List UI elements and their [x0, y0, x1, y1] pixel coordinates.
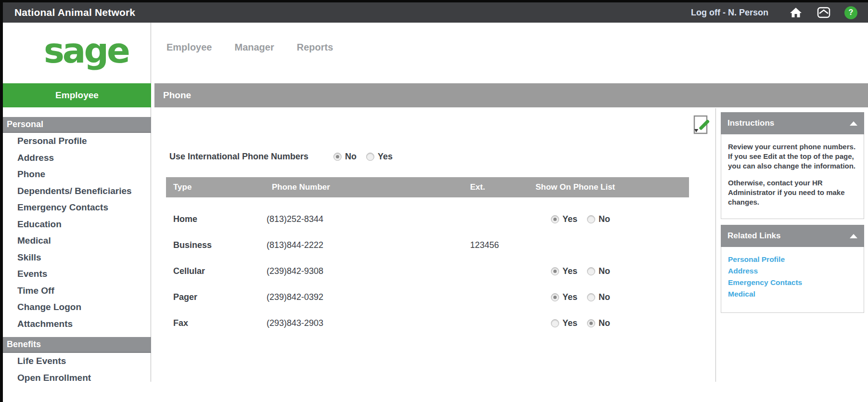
logo-band: sage EmployeeManagerReports: [3, 23, 868, 83]
right-rail: Instructions Review your current phone n…: [715, 108, 868, 382]
show-radio-label-yes: Yes: [562, 318, 577, 328]
sidebar-item-attachments[interactable]: Attachments: [3, 316, 151, 333]
related-links-panel: Related Links Personal ProfileAddressEme…: [721, 225, 864, 313]
instructions-paragraph: Review your current phone numbers. If yo…: [728, 142, 857, 170]
nav-item-employee[interactable]: Employee: [166, 42, 212, 53]
cell-show-on-phone-list: YesNo: [551, 318, 620, 328]
show-radio-label-yes: Yes: [562, 214, 577, 224]
nav-item-reports[interactable]: Reports: [297, 42, 333, 53]
show-radio-label-no: No: [599, 266, 610, 276]
top-nav: EmployeeManagerReports: [166, 42, 333, 53]
cell-type: Cellular: [173, 266, 265, 276]
related-link-emergency-contacts[interactable]: Emergency Contacts: [728, 277, 857, 288]
intl-radio-label-yes: Yes: [378, 152, 393, 162]
sidebar-item-skills[interactable]: Skills: [3, 249, 151, 266]
show-radio-pager-yes[interactable]: [551, 293, 559, 301]
table-row-cellular: Cellular(239)842-9308YesNo: [166, 258, 689, 284]
app-window: National Animal Network Log off - N. Per…: [0, 0, 868, 402]
collapse-up-icon[interactable]: [850, 121, 857, 126]
sidebar-item-life-events[interactable]: Life Events: [3, 353, 151, 370]
show-radio-fax-yes[interactable]: [551, 319, 559, 327]
col-header-number: Phone Number: [272, 177, 330, 197]
show-radio-cellular-no[interactable]: [587, 267, 595, 275]
mail-icon[interactable]: [817, 6, 831, 19]
phone-table: Type Phone Number Ext. Show On Phone Lis…: [166, 177, 689, 336]
cell-phone-number: (293)843-2903: [267, 318, 459, 328]
intl-phone-label: Use International Phone Numbers: [169, 152, 308, 162]
cell-show-on-phone-list: YesNo: [551, 214, 620, 224]
cell-type: Fax: [173, 318, 265, 328]
instructions-title: Instructions: [728, 118, 774, 128]
cell-show-on-phone-list: YesNo: [551, 266, 620, 276]
cell-phone-number: (239)842-0392: [267, 292, 459, 302]
sidebar-item-personal-profile[interactable]: Personal Profile: [3, 133, 151, 150]
intl-radio-no[interactable]: [333, 153, 342, 161]
cell-type: Pager: [173, 292, 265, 302]
sidebar-item-dependents-beneficiaries[interactable]: Dependents/ Beneficiaries: [3, 183, 151, 200]
logoff-link[interactable]: Log off - N. Person: [691, 8, 768, 18]
sidebar-section-personal: Personal: [3, 117, 151, 133]
show-radio-cellular-yes[interactable]: [551, 267, 559, 275]
sidebar-item-education[interactable]: Education: [3, 216, 151, 233]
table-row-fax: Fax(293)843-2903YesNo: [166, 310, 689, 336]
nav-item-manager[interactable]: Manager: [234, 42, 274, 53]
cell-type: Home: [173, 214, 265, 224]
cell-ext: 123456: [470, 240, 533, 250]
related-link-medical[interactable]: Medical: [728, 288, 857, 300]
top-bar: National Animal Network Log off - N. Per…: [0, 2, 868, 23]
show-radio-label-no: No: [599, 214, 610, 224]
sidebar-item-emergency-contacts[interactable]: Emergency Contacts: [3, 199, 151, 216]
related-links-header: Related Links: [721, 225, 864, 247]
sidebar-item-medical[interactable]: Medical: [3, 233, 151, 249]
sidebar-item-open-enrollment[interactable]: Open Enrollment: [3, 370, 151, 387]
help-icon[interactable]: ?: [844, 6, 857, 19]
col-header-type: Type: [173, 177, 191, 197]
show-radio-home-no[interactable]: [587, 215, 595, 223]
col-header-ext: Ext.: [470, 177, 485, 197]
collapse-up-icon[interactable]: [850, 234, 857, 238]
home-icon[interactable]: [789, 6, 803, 19]
table-header: Type Phone Number Ext. Show On Phone Lis…: [166, 177, 689, 197]
show-radio-pager-no[interactable]: [587, 293, 595, 301]
sidebar: PersonalPersonal ProfileAddressPhoneDepe…: [3, 112, 151, 386]
app-title: National Animal Network: [14, 7, 135, 18]
intl-radio-label-no: No: [345, 152, 357, 162]
sidebar-item-time-off[interactable]: Time Off: [3, 283, 151, 299]
sidebar-item-phone[interactable]: Phone: [3, 166, 151, 183]
instructions-header: Instructions: [721, 112, 864, 134]
edit-icon[interactable]: [693, 114, 710, 136]
intl-radio-yes[interactable]: [366, 153, 374, 161]
show-radio-label-yes: Yes: [562, 266, 577, 276]
instructions-body: Review your current phone numbers. If yo…: [721, 134, 864, 219]
col-header-show: Show On Phone List: [536, 177, 615, 197]
intl-phone-row: Use International Phone Numbers NoYes: [169, 152, 402, 162]
show-radio-home-yes[interactable]: [551, 215, 559, 223]
sidebar-item-change-logon[interactable]: Change Logon: [3, 299, 151, 316]
show-radio-label-no: No: [599, 292, 610, 302]
table-row-home: Home(813)252-8344YesNo: [166, 206, 689, 232]
cell-phone-number: (239)842-9308: [267, 266, 459, 276]
sidebar-module-button[interactable]: Employee: [3, 83, 151, 107]
page-title: Phone: [163, 90, 191, 101]
cell-type: Business: [173, 240, 265, 250]
page-title-bar: Phone: [154, 83, 868, 107]
related-link-address[interactable]: Address: [728, 265, 857, 277]
related-link-personal-profile[interactable]: Personal Profile: [728, 254, 857, 265]
table-row-business: Business(813)844-2222123456: [166, 232, 689, 258]
cell-phone-number: (813)844-2222: [267, 240, 459, 250]
instructions-paragraph: Otherwise, contact your HR Administrator…: [728, 178, 857, 207]
instructions-panel: Instructions Review your current phone n…: [721, 112, 864, 219]
cell-phone-number: (813)252-8344: [267, 214, 459, 224]
show-radio-label-yes: Yes: [562, 292, 577, 302]
cell-show-on-phone-list: YesNo: [551, 292, 620, 302]
related-links-body: Personal ProfileAddressEmergency Contact…: [721, 247, 864, 313]
show-radio-label-no: No: [599, 318, 610, 328]
related-links-title: Related Links: [728, 231, 781, 241]
sidebar-section-benefits: Benefits: [3, 337, 151, 353]
sidebar-item-events[interactable]: Events: [3, 266, 151, 283]
table-row-pager: Pager(239)842-0392YesNo: [166, 284, 689, 310]
sidebar-item-address[interactable]: Address: [3, 150, 151, 167]
sage-logo[interactable]: sage: [44, 26, 128, 75]
show-radio-fax-no[interactable]: [587, 319, 595, 327]
